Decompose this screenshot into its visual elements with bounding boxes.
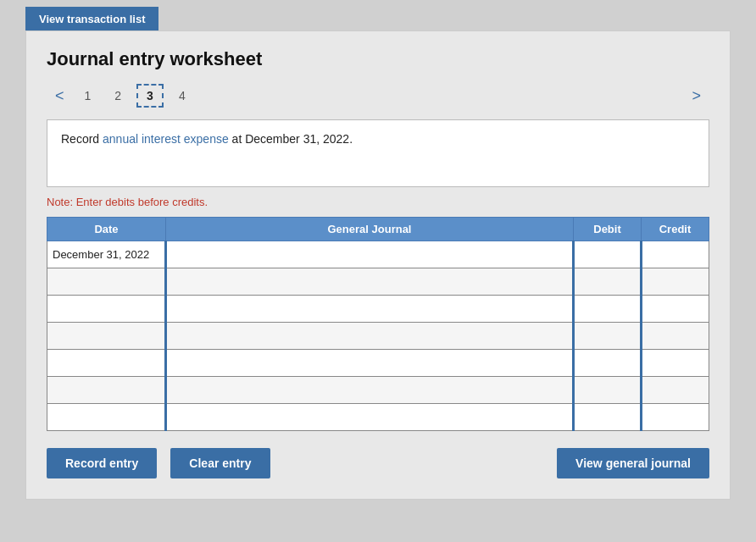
instruction-highlight-annual: annual	[103, 132, 138, 146]
gj-cell-2[interactable]	[166, 296, 574, 323]
debit-input-3[interactable]	[575, 323, 640, 349]
date-cell-6	[47, 404, 166, 431]
instruction-box: Record annual interest expense at Decemb…	[47, 119, 709, 187]
debit-cell-4[interactable]	[574, 350, 642, 377]
page-title: Journal entry worksheet	[47, 48, 709, 70]
date-cell-2	[47, 296, 166, 323]
credit-input-0[interactable]	[642, 241, 709, 268]
table-row: December 31, 2022	[47, 241, 709, 268]
record-entry-button[interactable]: Record entry	[47, 448, 157, 478]
credit-input-2[interactable]	[642, 296, 709, 322]
credit-input-4[interactable]	[642, 350, 709, 376]
gj-input-1[interactable]	[167, 268, 572, 295]
page-1[interactable]: 1	[76, 86, 100, 106]
prev-arrow[interactable]: <	[47, 87, 73, 105]
debit-input-6[interactable]	[575, 404, 640, 430]
table-row	[47, 404, 709, 431]
gj-cell-6[interactable]	[166, 404, 574, 431]
credit-input-5[interactable]	[642, 377, 709, 403]
gj-input-6[interactable]	[167, 404, 572, 430]
date-cell-0: December 31, 2022	[47, 241, 166, 268]
debit-cell-1[interactable]	[574, 268, 642, 296]
bottom-buttons: Record entry Clear entry View general jo…	[47, 448, 709, 478]
view-transaction-list-link[interactable]: View transaction list	[39, 13, 145, 25]
debit-cell-2[interactable]	[574, 296, 642, 323]
header-general-journal: General Journal	[166, 218, 574, 241]
credit-input-6[interactable]	[642, 404, 709, 430]
date-cell-1	[47, 268, 166, 296]
date-cell-4	[47, 350, 166, 377]
header-credit: Credit	[642, 218, 709, 241]
page-3[interactable]: 3	[136, 84, 164, 108]
credit-cell-5[interactable]	[642, 377, 709, 404]
debit-cell-6[interactable]	[574, 404, 642, 431]
gj-input-3[interactable]	[167, 323, 572, 349]
clear-entry-button[interactable]: Clear entry	[170, 448, 270, 478]
debit-input-5[interactable]	[575, 377, 640, 403]
date-cell-5	[47, 377, 166, 404]
credit-cell-4[interactable]	[642, 350, 709, 377]
gj-cell-4[interactable]	[166, 350, 574, 377]
gj-input-0[interactable]	[167, 241, 572, 268]
debit-cell-5[interactable]	[574, 377, 642, 404]
pagination: < 1 2 3 4 >	[47, 84, 709, 108]
table-row	[47, 268, 709, 296]
debit-input-1[interactable]	[575, 268, 640, 295]
credit-cell-2[interactable]	[642, 296, 709, 323]
credit-input-3[interactable]	[642, 323, 709, 349]
page-2[interactable]: 2	[106, 86, 130, 106]
debit-cell-3[interactable]	[574, 323, 642, 350]
instruction-highlight-interest: interest	[142, 132, 181, 146]
gj-input-4[interactable]	[167, 350, 572, 376]
gj-input-5[interactable]	[167, 377, 572, 403]
credit-cell-1[interactable]	[642, 268, 709, 296]
header-debit: Debit	[574, 218, 642, 241]
journal-table: Date General Journal Debit Credit Decemb…	[47, 217, 709, 431]
gj-cell-5[interactable]	[166, 377, 574, 404]
table-row	[47, 350, 709, 377]
debit-input-2[interactable]	[575, 296, 640, 322]
gj-cell-1[interactable]	[166, 268, 574, 296]
table-row	[47, 296, 709, 323]
credit-cell-0[interactable]	[642, 241, 709, 268]
gj-cell-3[interactable]	[166, 323, 574, 350]
date-cell-3	[47, 323, 166, 350]
gj-cell-0[interactable]	[166, 241, 574, 268]
debit-input-4[interactable]	[575, 350, 640, 376]
credit-input-1[interactable]	[642, 268, 709, 295]
table-row	[47, 323, 709, 350]
view-general-journal-button[interactable]: View general journal	[557, 448, 709, 478]
header-date: Date	[47, 218, 166, 241]
gj-input-2[interactable]	[167, 296, 572, 322]
credit-cell-6[interactable]	[642, 404, 709, 431]
note-text: Note: Enter debits before credits.	[47, 196, 709, 208]
next-arrow[interactable]: >	[683, 87, 709, 105]
credit-cell-3[interactable]	[642, 323, 709, 350]
debit-input-0[interactable]	[575, 241, 640, 268]
page-4[interactable]: 4	[170, 86, 194, 106]
debit-cell-0[interactable]	[574, 241, 642, 268]
table-row	[47, 377, 709, 404]
instruction-highlight-expense: expense	[184, 132, 229, 146]
